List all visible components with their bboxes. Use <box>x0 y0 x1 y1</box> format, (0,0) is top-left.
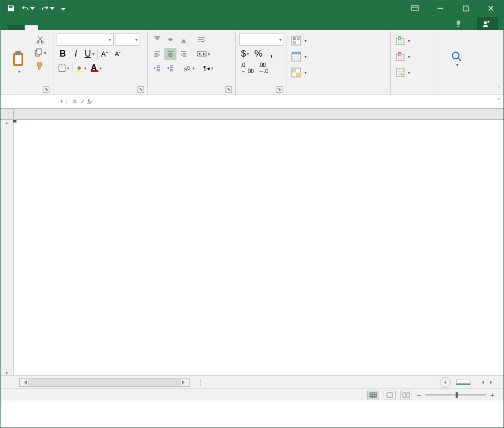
zoom-out-button[interactable]: − <box>417 391 421 399</box>
tell-me[interactable] <box>455 20 464 27</box>
align-left-button[interactable] <box>151 48 163 60</box>
orientation-button[interactable]: ab▾ <box>182 62 196 74</box>
shrink-font-button[interactable]: A˅ <box>112 48 124 60</box>
borders-button[interactable]: ▾ <box>57 62 71 74</box>
collapse-ribbon-icon[interactable]: ˆ <box>498 86 500 92</box>
select-all-corner[interactable] <box>1 109 14 120</box>
format-cells-button[interactable]: ▾ <box>394 65 438 80</box>
delete-cells-button[interactable]: ▾ <box>394 49 438 64</box>
svg-rect-33 <box>403 393 406 397</box>
minimize-button[interactable] <box>428 1 453 16</box>
percent-format-button[interactable]: % <box>252 48 264 60</box>
expand-formula-bar-icon[interactable]: ˅ <box>494 98 503 105</box>
svg-text:ab: ab <box>184 64 191 72</box>
sheet-tab[interactable] <box>456 380 470 385</box>
paste-button[interactable]: ▾ <box>7 32 30 92</box>
svg-rect-31 <box>370 393 376 397</box>
svg-rect-13 <box>91 70 98 72</box>
qat-customize[interactable] <box>61 4 65 12</box>
enter-formula-icon[interactable]: ✓ <box>80 98 85 105</box>
page-layout-tab[interactable] <box>51 25 64 30</box>
horizontal-scrollbar[interactable] <box>19 378 190 387</box>
formulas-tab[interactable] <box>64 25 77 30</box>
font-color-button[interactable]: A▾ <box>89 62 103 74</box>
font-size-combo[interactable]: ▾ <box>115 34 140 46</box>
team-tab[interactable] <box>130 25 143 30</box>
svg-rect-34 <box>407 393 409 397</box>
svg-rect-23 <box>292 68 296 73</box>
page-layout-view-button[interactable] <box>384 391 396 399</box>
insert-cells-button[interactable]: ▾ <box>394 34 438 48</box>
svg-rect-18 <box>297 37 300 40</box>
format-painter-button[interactable] <box>32 60 48 72</box>
data-tab[interactable] <box>77 25 91 30</box>
svg-point-30 <box>452 52 459 59</box>
svg-rect-21 <box>292 52 301 54</box>
copy-button[interactable]: ▾ <box>32 47 48 59</box>
svg-rect-5 <box>15 51 21 54</box>
close-button[interactable] <box>478 1 503 16</box>
vertical-scrollbar-left[interactable]: ▴ ▾ <box>1 120 14 375</box>
maximize-button[interactable] <box>453 1 478 16</box>
undo-button[interactable] <box>21 5 35 12</box>
svg-rect-17 <box>293 37 296 40</box>
clipboard-dialog-launcher[interactable]: ⬊ <box>43 86 49 93</box>
fill-color-button[interactable]: ▾ <box>74 62 88 74</box>
decrease-indent-button[interactable] <box>151 62 163 74</box>
number-dialog-launcher[interactable]: ⬊ <box>276 86 283 93</box>
page-break-view-button[interactable] <box>400 391 412 399</box>
svg-rect-11 <box>59 65 65 71</box>
review-tab[interactable] <box>91 25 104 30</box>
align-middle-button[interactable] <box>164 34 176 46</box>
svg-rect-32 <box>387 393 392 397</box>
align-top-button[interactable] <box>151 34 163 46</box>
fx-icon[interactable]: fx <box>87 98 92 105</box>
sheet-nav-prev[interactable] <box>481 380 484 385</box>
cut-button[interactable] <box>32 34 48 46</box>
save-icon[interactable] <box>7 4 15 12</box>
grow-font-button[interactable]: A˄ <box>99 48 111 60</box>
cell-styles-button[interactable]: ▾ <box>290 65 387 80</box>
increase-indent-button[interactable] <box>164 62 176 74</box>
alignment-dialog-launcher[interactable]: ⬊ <box>225 86 232 93</box>
number-format-combo[interactable]: ▾ <box>239 34 284 46</box>
sheet-nav-next[interactable] <box>490 380 492 385</box>
new-sheet-button[interactable]: + <box>440 377 451 388</box>
svg-rect-19 <box>293 41 296 44</box>
wrap-text-button[interactable] <box>195 34 208 46</box>
home-tab[interactable] <box>25 25 38 30</box>
align-center-button[interactable] <box>164 48 176 60</box>
decrease-decimal-button[interactable]: .00→.0 <box>257 62 270 74</box>
conditional-formatting-button[interactable]: ▾ <box>290 34 387 48</box>
insert-tab[interactable] <box>38 25 51 30</box>
zoom-in-button[interactable]: + <box>490 391 495 399</box>
view-tab[interactable] <box>104 25 117 30</box>
svg-rect-10 <box>37 49 41 54</box>
name-box[interactable]: ▾ <box>1 99 67 104</box>
file-tab[interactable] <box>8 25 24 30</box>
font-dialog-launcher[interactable]: ⬊ <box>137 86 144 93</box>
underline-button[interactable]: U▾ <box>83 48 96 60</box>
text-direction-button[interactable]: ¶◂▾ <box>202 62 215 74</box>
svg-point-3 <box>488 21 490 23</box>
merge-center-button[interactable]: ▾ <box>195 48 212 60</box>
comma-format-button[interactable]: , <box>265 48 278 60</box>
accounting-format-button[interactable]: $▾ <box>239 48 251 60</box>
svg-rect-6 <box>15 55 21 64</box>
ribbon-options-icon[interactable] <box>402 1 428 16</box>
normal-view-button[interactable] <box>367 391 379 399</box>
redo-button[interactable] <box>41 5 54 12</box>
align-bottom-button[interactable] <box>178 34 190 46</box>
font-name-combo[interactable]: ▾ <box>57 34 114 46</box>
increase-decimal-button[interactable]: .0←.00 <box>239 62 256 74</box>
editing-button[interactable]: ▾ <box>444 32 470 85</box>
share-button[interactable] <box>477 17 498 30</box>
format-as-table-button[interactable]: ▾ <box>290 49 387 64</box>
align-right-button[interactable] <box>178 48 190 60</box>
bold-button[interactable]: B <box>57 48 69 60</box>
svg-rect-24 <box>296 73 301 77</box>
zoom-slider[interactable] <box>425 394 486 396</box>
load-test-tab[interactable] <box>117 25 130 30</box>
cancel-formula-icon[interactable]: ✕ <box>72 98 77 105</box>
italic-button[interactable]: I <box>70 48 82 60</box>
